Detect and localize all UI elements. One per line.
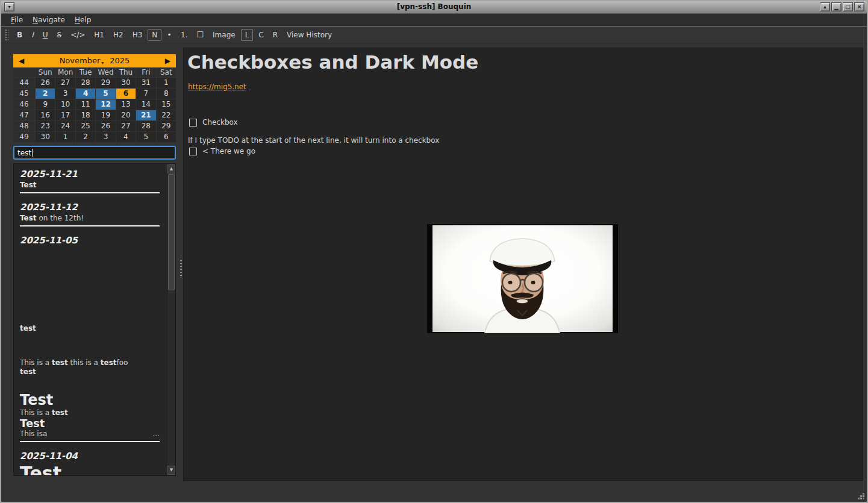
italic-button[interactable]: I	[28, 29, 37, 41]
heading1-button[interactable]: H1	[90, 29, 108, 41]
menu-help[interactable]: Help	[70, 14, 96, 25]
underline-button[interactable]: U	[39, 29, 52, 41]
calendar-day[interactable]: 10	[55, 99, 75, 110]
calendar-day[interactable]: 9	[36, 99, 55, 110]
calendar-day[interactable]: 28	[76, 78, 95, 88]
result-text-line[interactable]: This is a test this is a testfoo	[20, 358, 160, 367]
calendar-day[interactable]: 27	[55, 78, 75, 88]
search-input[interactable]: test	[13, 146, 176, 160]
shade-button[interactable]: ▴	[820, 2, 830, 11]
calendar-day[interactable]: 29	[157, 121, 176, 131]
scroll-down-button[interactable]: ▼	[167, 466, 175, 475]
calendar-day[interactable]: 20	[116, 110, 136, 120]
align-left-button[interactable]: L	[241, 29, 254, 41]
result-date-heading[interactable]: 2025-11-05	[20, 235, 160, 246]
checkbox-unchecked[interactable]	[189, 119, 197, 127]
calendar-day-selected[interactable]: 4	[76, 89, 95, 99]
result-heading2[interactable]: Test	[20, 417, 160, 430]
calendar-title[interactable]: November▾2025	[30, 56, 160, 66]
calendar-day[interactable]: 26	[36, 78, 55, 88]
note-link[interactable]: https://mig5.net	[188, 83, 246, 91]
maximize-button[interactable]: □	[843, 2, 853, 11]
calendar-day-selected[interactable]: 5	[96, 89, 115, 99]
result-heading1[interactable]: Test	[20, 463, 160, 475]
close-button[interactable]: ×	[854, 2, 864, 11]
calendar-day[interactable]: 6	[157, 132, 176, 142]
toolbar-drag-handle[interactable]	[5, 29, 8, 41]
normal-text-button[interactable]: N	[148, 29, 161, 41]
calendar-day[interactable]: 4	[116, 132, 136, 142]
calendar-day[interactable]: 14	[136, 99, 155, 110]
result-text-line[interactable]: Test	[20, 181, 160, 190]
result-date-heading[interactable]: 2025-11-04	[20, 451, 160, 461]
results-scrollbar[interactable]: ▲ ▼	[167, 164, 175, 475]
result-text-line[interactable]: test	[20, 324, 160, 333]
scrollbar-thumb[interactable]	[168, 174, 175, 290]
calendar-day-today[interactable]: 6	[116, 89, 136, 99]
checkbox-button[interactable]: ☐	[193, 28, 207, 41]
result-text-line[interactable]: test	[20, 367, 160, 376]
numbered-list-button[interactable]: 1.	[177, 29, 191, 41]
view-history-button[interactable]: View History	[283, 29, 336, 41]
result-heading1[interactable]: Test	[20, 392, 160, 408]
bold-button[interactable]: B	[13, 29, 26, 41]
result-text-line[interactable]: This isa...	[20, 430, 160, 439]
scroll-up-button[interactable]: ▲	[167, 164, 175, 173]
calendar-day[interactable]: 1	[157, 78, 176, 88]
calendar-month[interactable]: November	[60, 56, 101, 65]
calendar-day[interactable]: 13	[116, 99, 136, 110]
calendar-day[interactable]: 18	[76, 110, 95, 120]
calendar-day[interactable]: 8	[157, 89, 176, 99]
menu-navigate[interactable]: Navigate	[28, 14, 70, 25]
calendar-day[interactable]: 23	[36, 121, 55, 131]
calendar-day[interactable]: 7	[136, 89, 155, 99]
calendar-day[interactable]: 26	[96, 121, 115, 131]
calendar-day[interactable]: 2	[76, 132, 95, 142]
result-text-line[interactable]: This is a test	[20, 408, 160, 417]
calendar-day[interactable]: 15	[157, 99, 176, 110]
calendar-day[interactable]: 11	[76, 99, 95, 110]
calendar-day-selected[interactable]: 2	[36, 89, 55, 99]
calendar-day[interactable]: 31	[136, 78, 155, 88]
calendar-day[interactable]: 16	[36, 110, 55, 120]
heading2-button[interactable]: H2	[110, 29, 127, 41]
calendar-day[interactable]: 3	[96, 132, 115, 142]
menu-file[interactable]: File	[6, 14, 28, 25]
calendar-day[interactable]: 30	[116, 78, 136, 88]
calendar-day[interactable]: 24	[55, 121, 75, 131]
calendar-day[interactable]: 27	[116, 121, 136, 131]
calendar-day[interactable]: 5	[136, 132, 155, 142]
bullet-list-button[interactable]: •	[163, 28, 175, 41]
resize-grip[interactable]	[857, 492, 865, 500]
checkbox-unchecked[interactable]	[189, 148, 197, 155]
calendar-day[interactable]: 28	[136, 121, 155, 131]
code-button[interactable]: </>	[67, 29, 89, 41]
calendar-day[interactable]: 17	[55, 110, 75, 120]
minimize-button[interactable]: ▁	[831, 2, 841, 11]
calendar-day[interactable]: 25	[76, 121, 95, 131]
result-date-heading[interactable]: 2025-11-21	[20, 169, 160, 180]
calendar-day[interactable]: 3	[55, 89, 75, 99]
calendar-day[interactable]: 22	[157, 110, 176, 120]
strikethrough-button[interactable]: S	[54, 29, 66, 41]
calendar-day[interactable]: 19	[96, 110, 115, 120]
calendar-day[interactable]: 29	[96, 78, 115, 88]
calendar-week-number: 44	[13, 78, 35, 88]
prev-month-button[interactable]: ◀	[13, 57, 30, 65]
result-date-heading[interactable]: 2025-11-12	[20, 202, 160, 213]
image-button[interactable]: Image	[209, 29, 239, 41]
calendar-day-selected[interactable]: 12	[96, 99, 115, 110]
titlebar[interactable]: ▾ [vpn-ssh] Bouquin ▴▁□×	[1, 1, 867, 14]
result-text: This is a test this is a testfoo	[20, 358, 128, 367]
calendar-week-number: 47	[13, 110, 35, 120]
calendar-day[interactable]: 30	[36, 132, 55, 142]
calendar-day[interactable]: 1	[55, 132, 75, 142]
calendar-year[interactable]: 2025	[110, 56, 130, 65]
next-month-button[interactable]: ▶	[160, 57, 176, 65]
heading3-button[interactable]: H3	[129, 29, 146, 41]
result-text-line[interactable]: Test on the 12th!	[20, 214, 160, 223]
editor-area[interactable]: Checkboxes and Dark Mode https://mig5.ne…	[183, 48, 863, 481]
align-center-button[interactable]: C	[255, 29, 267, 41]
align-right-button[interactable]: R	[269, 29, 281, 41]
calendar-day-selected[interactable]: 21	[136, 110, 155, 120]
